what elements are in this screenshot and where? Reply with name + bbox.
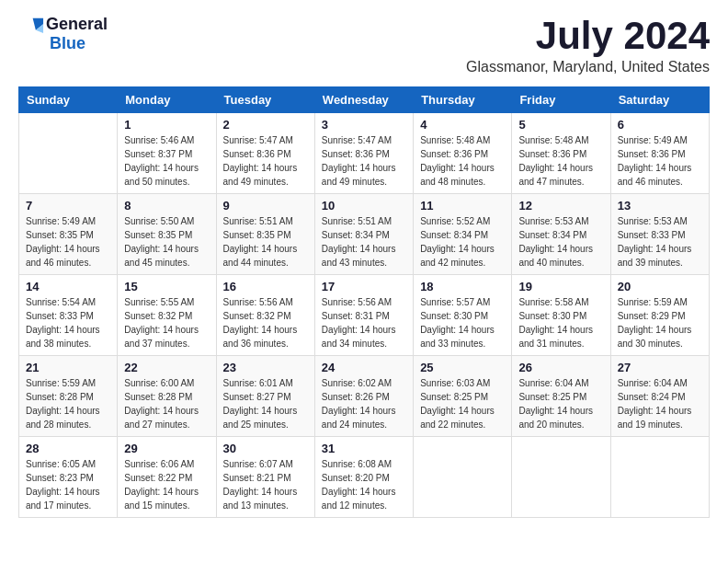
- calendar-week-4: 21Sunrise: 5:59 AM Sunset: 8:28 PM Dayli…: [19, 356, 710, 437]
- day-number: 20: [618, 280, 702, 293]
- day-info: Sunrise: 5:56 AM Sunset: 8:32 PM Dayligh…: [223, 295, 308, 350]
- day-info: Sunrise: 5:50 AM Sunset: 8:35 PM Dayligh…: [124, 214, 209, 270]
- calendar-week-2: 7Sunrise: 5:49 AM Sunset: 8:35 PM Daylig…: [19, 194, 710, 275]
- calendar-week-3: 14Sunrise: 5:54 AM Sunset: 8:33 PM Dayli…: [19, 275, 710, 356]
- day-number: 4: [420, 118, 505, 132]
- calendar-cell: 14Sunrise: 5:54 AM Sunset: 8:33 PM Dayli…: [19, 275, 118, 356]
- calendar-cell: 11Sunrise: 5:52 AM Sunset: 8:34 PM Dayli…: [414, 194, 512, 275]
- calendar-cell: 28Sunrise: 6:05 AM Sunset: 8:23 PM Dayli…: [19, 437, 118, 518]
- day-info: Sunrise: 6:08 AM Sunset: 8:20 PM Dayligh…: [322, 457, 406, 512]
- calendar-cell: 16Sunrise: 5:56 AM Sunset: 8:32 PM Dayli…: [216, 275, 314, 356]
- calendar-cell: 5Sunrise: 5:48 AM Sunset: 8:36 PM Daylig…: [512, 113, 610, 194]
- day-number: 31: [322, 442, 406, 455]
- day-info: Sunrise: 5:53 AM Sunset: 8:34 PM Dayligh…: [518, 214, 603, 270]
- day-info: Sunrise: 5:46 AM Sunset: 8:37 PM Dayligh…: [124, 133, 209, 189]
- day-info: Sunrise: 5:59 AM Sunset: 8:29 PM Dayligh…: [618, 295, 702, 350]
- calendar-cell: 12Sunrise: 5:53 AM Sunset: 8:34 PM Dayli…: [512, 194, 610, 275]
- weekday-header-sunday: Sunday: [19, 87, 118, 113]
- calendar-cell: 27Sunrise: 6:04 AM Sunset: 8:24 PM Dayli…: [610, 356, 709, 437]
- day-info: Sunrise: 6:07 AM Sunset: 8:21 PM Dayligh…: [223, 457, 308, 512]
- logo-general: General: [46, 15, 108, 34]
- weekday-header-thursday: Thursday: [414, 87, 512, 113]
- day-number: 18: [420, 280, 505, 293]
- day-number: 17: [322, 280, 406, 293]
- day-info: Sunrise: 6:01 AM Sunset: 8:27 PM Dayligh…: [223, 376, 308, 431]
- calendar-cell: 10Sunrise: 5:51 AM Sunset: 8:34 PM Dayli…: [314, 194, 413, 275]
- weekday-header-row: SundayMondayTuesdayWednesdayThursdayFrid…: [19, 87, 710, 113]
- calendar-week-1: 1Sunrise: 5:46 AM Sunset: 8:37 PM Daylig…: [19, 113, 710, 194]
- day-info: Sunrise: 6:03 AM Sunset: 8:25 PM Dayligh…: [420, 376, 505, 431]
- calendar-cell: 1Sunrise: 5:46 AM Sunset: 8:37 PM Daylig…: [118, 113, 216, 194]
- weekday-header-tuesday: Tuesday: [216, 87, 314, 113]
- calendar-cell: [610, 437, 709, 518]
- calendar-cell: 24Sunrise: 6:02 AM Sunset: 8:26 PM Dayli…: [314, 356, 413, 437]
- day-number: 23: [223, 361, 308, 374]
- calendar-cell: [19, 113, 118, 194]
- day-info: Sunrise: 5:53 AM Sunset: 8:33 PM Dayligh…: [618, 214, 702, 270]
- day-number: 14: [26, 280, 110, 293]
- day-info: Sunrise: 5:51 AM Sunset: 8:34 PM Dayligh…: [322, 214, 406, 270]
- day-number: 3: [322, 118, 406, 132]
- calendar-cell: 31Sunrise: 6:08 AM Sunset: 8:20 PM Dayli…: [314, 437, 413, 518]
- day-number: 12: [518, 199, 603, 213]
- day-info: Sunrise: 5:52 AM Sunset: 8:34 PM Dayligh…: [420, 214, 505, 270]
- weekday-header-monday: Monday: [118, 87, 216, 113]
- day-info: Sunrise: 5:49 AM Sunset: 8:36 PM Dayligh…: [618, 133, 702, 189]
- calendar-cell: [414, 437, 512, 518]
- calendar-cell: 3Sunrise: 5:47 AM Sunset: 8:36 PM Daylig…: [314, 113, 413, 194]
- day-info: Sunrise: 5:54 AM Sunset: 8:33 PM Dayligh…: [26, 295, 110, 350]
- calendar-cell: 9Sunrise: 5:51 AM Sunset: 8:35 PM Daylig…: [216, 194, 314, 275]
- day-info: Sunrise: 5:48 AM Sunset: 8:36 PM Dayligh…: [420, 133, 505, 189]
- calendar-cell: 29Sunrise: 6:06 AM Sunset: 8:22 PM Dayli…: [118, 437, 216, 518]
- day-number: 28: [26, 442, 110, 455]
- weekday-header-saturday: Saturday: [610, 87, 709, 113]
- day-info: Sunrise: 6:02 AM Sunset: 8:26 PM Dayligh…: [322, 376, 406, 431]
- calendar-subtitle: Glassmanor, Maryland, United States: [466, 59, 710, 75]
- calendar-cell: 26Sunrise: 6:04 AM Sunset: 8:25 PM Dayli…: [512, 356, 610, 437]
- day-number: 2: [223, 118, 308, 132]
- logo-icon: [18, 17, 44, 33]
- calendar-cell: 13Sunrise: 5:53 AM Sunset: 8:33 PM Dayli…: [610, 194, 709, 275]
- calendar-table: SundayMondayTuesdayWednesdayThursdayFrid…: [18, 86, 710, 518]
- logo: General Blue: [18, 15, 108, 53]
- calendar-header: SundayMondayTuesdayWednesdayThursdayFrid…: [19, 87, 710, 113]
- calendar-title: July 2024: [466, 15, 710, 57]
- day-number: 19: [518, 280, 603, 293]
- calendar-cell: 2Sunrise: 5:47 AM Sunset: 8:36 PM Daylig…: [216, 113, 314, 194]
- calendar-body: 1Sunrise: 5:46 AM Sunset: 8:37 PM Daylig…: [19, 113, 710, 518]
- calendar-cell: 18Sunrise: 5:57 AM Sunset: 8:30 PM Dayli…: [414, 275, 512, 356]
- day-number: 11: [420, 199, 505, 213]
- calendar-cell: 7Sunrise: 5:49 AM Sunset: 8:35 PM Daylig…: [19, 194, 118, 275]
- day-info: Sunrise: 5:48 AM Sunset: 8:36 PM Dayligh…: [518, 133, 603, 189]
- calendar-week-5: 28Sunrise: 6:05 AM Sunset: 8:23 PM Dayli…: [19, 437, 710, 518]
- day-number: 27: [618, 361, 702, 374]
- day-number: 9: [223, 199, 308, 213]
- calendar-cell: 21Sunrise: 5:59 AM Sunset: 8:28 PM Dayli…: [19, 356, 118, 437]
- day-number: 1: [124, 118, 209, 132]
- day-number: 8: [124, 199, 209, 213]
- calendar-cell: 19Sunrise: 5:58 AM Sunset: 8:30 PM Dayli…: [512, 275, 610, 356]
- day-number: 21: [26, 361, 110, 374]
- day-info: Sunrise: 6:05 AM Sunset: 8:23 PM Dayligh…: [26, 457, 110, 512]
- weekday-header-wednesday: Wednesday: [314, 87, 413, 113]
- calendar-cell: 20Sunrise: 5:59 AM Sunset: 8:29 PM Dayli…: [610, 275, 709, 356]
- calendar-cell: 22Sunrise: 6:00 AM Sunset: 8:28 PM Dayli…: [118, 356, 216, 437]
- calendar-cell: 6Sunrise: 5:49 AM Sunset: 8:36 PM Daylig…: [610, 113, 709, 194]
- calendar-cell: [512, 437, 610, 518]
- day-info: Sunrise: 5:47 AM Sunset: 8:36 PM Dayligh…: [223, 133, 308, 189]
- day-info: Sunrise: 6:04 AM Sunset: 8:24 PM Dayligh…: [618, 376, 702, 431]
- day-info: Sunrise: 5:47 AM Sunset: 8:36 PM Dayligh…: [322, 133, 406, 189]
- page-header: General Blue July 2024 Glassmanor, Maryl…: [18, 15, 710, 75]
- title-section: July 2024 Glassmanor, Maryland, United S…: [466, 15, 710, 75]
- calendar-cell: 15Sunrise: 5:55 AM Sunset: 8:32 PM Dayli…: [118, 275, 216, 356]
- day-info: Sunrise: 5:49 AM Sunset: 8:35 PM Dayligh…: [26, 214, 110, 270]
- calendar-cell: 23Sunrise: 6:01 AM Sunset: 8:27 PM Dayli…: [216, 356, 314, 437]
- day-number: 29: [124, 442, 209, 455]
- day-number: 22: [124, 361, 209, 374]
- day-number: 6: [618, 118, 702, 132]
- day-info: Sunrise: 6:06 AM Sunset: 8:22 PM Dayligh…: [124, 457, 209, 512]
- day-info: Sunrise: 5:58 AM Sunset: 8:30 PM Dayligh…: [518, 295, 603, 350]
- day-number: 13: [618, 199, 702, 213]
- day-number: 24: [322, 361, 406, 374]
- day-number: 16: [223, 280, 308, 293]
